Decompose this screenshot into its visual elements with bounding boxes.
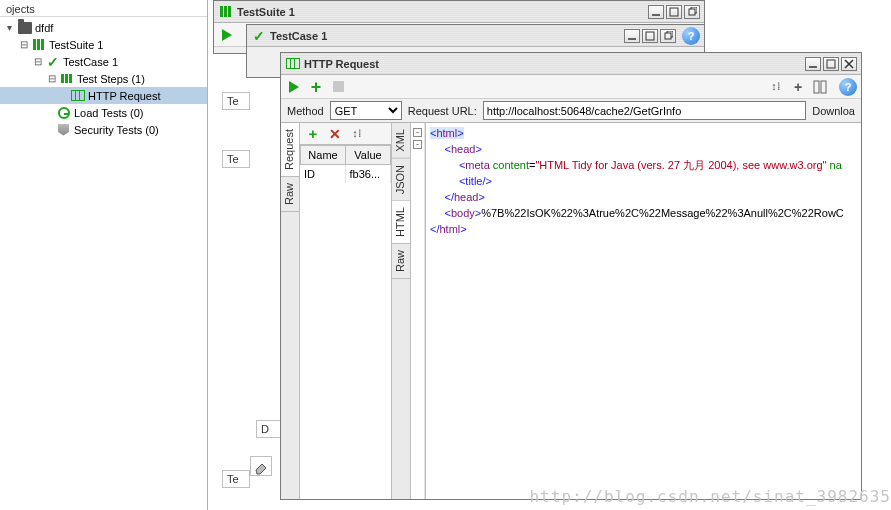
- fold-gutter: - -: [411, 123, 425, 499]
- cell-name: ID: [300, 165, 346, 183]
- svg-rect-2: [646, 32, 654, 40]
- maximize-button[interactable]: [642, 29, 658, 43]
- collapse-icon[interactable]: ⊟: [32, 56, 43, 67]
- response-pane: - - <html> <head> <meta content="HTML Ti…: [411, 123, 861, 499]
- securitytests-label: Security Tests (0): [74, 124, 159, 136]
- collapse-icon[interactable]: ⊟: [46, 73, 57, 84]
- split-icon[interactable]: [811, 78, 829, 96]
- add-assertion-button[interactable]: +: [789, 78, 807, 96]
- window-title: TestSuite 1: [237, 6, 648, 18]
- titlebar-http[interactable]: HTTP Request: [281, 53, 861, 75]
- add-button[interactable]: +: [307, 78, 325, 96]
- collapse-icon[interactable]: ⊟: [18, 39, 29, 50]
- folder-label: dfdf: [35, 22, 53, 34]
- eraser-icon[interactable]: [250, 456, 272, 476]
- params-pane: + ✕ ↕⁞ Name Value ID fb36...: [300, 123, 392, 499]
- fold-icon[interactable]: -: [413, 140, 422, 149]
- check-icon: ✓: [45, 54, 60, 69]
- url-row: Method GET Request URL: Downloa: [281, 99, 861, 123]
- minimize-button[interactable]: [624, 29, 640, 43]
- sort-icon[interactable]: ↕⁞: [767, 78, 785, 96]
- titlebar-testsuite[interactable]: TestSuite 1: [214, 1, 704, 23]
- tab-raw-req[interactable]: Raw: [281, 177, 299, 212]
- testsuite-icon: [31, 37, 46, 52]
- svg-rect-5: [814, 81, 819, 93]
- projects-header: ojects: [0, 0, 207, 17]
- steps-label: Test Steps (1): [77, 73, 145, 85]
- params-table: Name Value ID fb36...: [300, 145, 391, 499]
- http-icon: [285, 56, 300, 71]
- run-button[interactable]: [218, 26, 236, 44]
- add-param-button[interactable]: +: [304, 125, 322, 143]
- steps-icon: [59, 71, 74, 86]
- svg-rect-4: [827, 60, 835, 68]
- testsuite-icon: [218, 4, 233, 19]
- load-icon: [56, 105, 71, 120]
- tree-securitytests[interactable]: Security Tests (0): [0, 121, 207, 138]
- reorder-button[interactable]: ↕⁞: [348, 125, 366, 143]
- tab-html[interactable]: HTML: [392, 201, 410, 244]
- http-icon: [70, 88, 85, 103]
- help-button[interactable]: ?: [682, 27, 700, 45]
- window-title: HTTP Request: [304, 58, 805, 70]
- col-name[interactable]: Name: [300, 145, 346, 165]
- svg-rect-6: [821, 81, 826, 93]
- response-text[interactable]: <html> <head> <meta content="HTML Tidy f…: [425, 123, 861, 499]
- maximize-button[interactable]: [823, 57, 839, 71]
- svg-rect-1: [689, 9, 695, 15]
- fold-icon[interactable]: -: [413, 128, 422, 137]
- minimize-button[interactable]: [648, 5, 664, 19]
- method-select[interactable]: GET: [330, 101, 402, 120]
- peek-te: Te: [222, 150, 250, 168]
- folder-icon: [17, 20, 32, 35]
- restore-button[interactable]: [660, 29, 676, 43]
- projects-panel: ojects ▾ dfdf ⊟ TestSuite 1 ⊟ ✓ TestCase…: [0, 0, 208, 510]
- peek-tc: Te: [222, 92, 250, 110]
- url-input[interactable]: [483, 101, 806, 120]
- tree-loadtests[interactable]: Load Tests (0): [0, 104, 207, 121]
- params-toolbar: + ✕ ↕⁞: [300, 123, 391, 145]
- tree-folder[interactable]: ▾ dfdf: [0, 19, 207, 36]
- help-button[interactable]: ?: [839, 78, 857, 96]
- close-button[interactable]: [841, 57, 857, 71]
- window-http-request: HTTP Request + ↕⁞ + ? Method GET Request…: [280, 52, 862, 500]
- tree-testcase[interactable]: ⊟ ✓ TestCase 1: [0, 53, 207, 70]
- url-label: Request URL:: [408, 105, 477, 117]
- delete-param-button[interactable]: ✕: [326, 125, 344, 143]
- window-title: TestCase 1: [270, 30, 624, 42]
- titlebar-testcase[interactable]: ✓ TestCase 1 ?: [247, 25, 704, 47]
- col-value[interactable]: Value: [346, 145, 391, 165]
- download-label: Downloa: [812, 105, 855, 117]
- cell-value: fb36...: [346, 165, 392, 183]
- method-label: Method: [287, 105, 324, 117]
- tree-http-request[interactable]: HTTP Request: [0, 87, 207, 104]
- request-side-tabs: Request Raw: [281, 123, 300, 499]
- project-tree: ▾ dfdf ⊟ TestSuite 1 ⊟ ✓ TestCase 1 ⊟ Te…: [0, 17, 207, 140]
- tab-xml[interactable]: XML: [392, 123, 410, 159]
- http-step-label: HTTP Request: [88, 90, 161, 102]
- tab-json[interactable]: JSON: [392, 159, 410, 201]
- tree-testsuite[interactable]: ⊟ TestSuite 1: [0, 36, 207, 53]
- restore-button[interactable]: [684, 5, 700, 19]
- tab-request[interactable]: Request: [281, 123, 299, 177]
- tab-raw-resp[interactable]: Raw: [392, 244, 410, 279]
- table-row[interactable]: ID fb36...: [300, 165, 391, 183]
- svg-rect-3: [665, 33, 671, 39]
- response-side-tabs: XML JSON HTML Raw: [392, 123, 411, 499]
- svg-rect-0: [670, 8, 678, 16]
- suite-label: TestSuite 1: [49, 39, 103, 51]
- tree-teststeps[interactable]: ⊟ Test Steps (1): [0, 70, 207, 87]
- loadtests-label: Load Tests (0): [74, 107, 144, 119]
- shield-icon: [56, 122, 71, 137]
- check-icon: ✓: [251, 28, 266, 43]
- testcase-label: TestCase 1: [63, 56, 118, 68]
- request-area: Request Raw + ✕ ↕⁞ Name Value ID: [281, 123, 861, 499]
- maximize-button[interactable]: [666, 5, 682, 19]
- peek-te2: Te: [222, 470, 250, 488]
- run-button[interactable]: [285, 78, 303, 96]
- toolbar-http: + ↕⁞ + ?: [281, 75, 861, 99]
- minimize-button[interactable]: [805, 57, 821, 71]
- stop-button[interactable]: [329, 78, 347, 96]
- expand-icon[interactable]: ▾: [4, 22, 15, 33]
